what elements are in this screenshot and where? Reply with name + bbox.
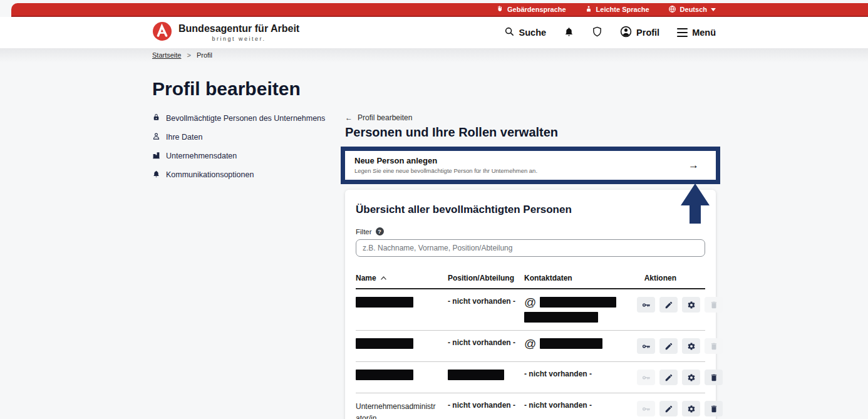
breadcrumb-home-link[interactable]: Startseite — [152, 51, 181, 59]
trash-button — [705, 297, 723, 313]
redacted-position — [448, 370, 504, 380]
sidebar-item-label: Bevollmächtigte Personen des Unternehmen… — [166, 114, 325, 123]
breadcrumb-current: Profil — [197, 51, 212, 59]
new-person-title: Neue Person anlegen — [354, 156, 537, 165]
sidebar-item-label: Kommunikationsoptionen — [166, 170, 254, 179]
search-label: Suche — [519, 28, 547, 38]
profile-button[interactable]: Profil — [620, 26, 659, 39]
gear-button[interactable] — [682, 401, 700, 416]
sign-language-link[interactable]: Gebärdensprache — [496, 5, 566, 14]
filter-label: Filter — [356, 228, 372, 235]
search-button[interactable]: Suche — [504, 26, 547, 39]
redacted-email — [540, 338, 602, 349]
position-value: - nicht vorhanden - — [448, 297, 524, 306]
redacted-name — [356, 297, 413, 308]
contact-value: - nicht vorhanden - — [524, 401, 637, 410]
filter-label-row: Filter ? — [356, 227, 705, 235]
table-row: - nicht vorhanden - @ — [356, 289, 705, 331]
easy-language-label: Leichte Sprache — [596, 6, 649, 13]
sign-language-icon — [496, 5, 504, 14]
language-select[interactable]: Deutsch — [668, 5, 716, 14]
hamburger-icon — [677, 28, 688, 38]
key-button — [637, 401, 655, 416]
gear-button[interactable] — [682, 338, 700, 354]
overview-heading: Übersicht aller bevollmächtigten Persone… — [356, 204, 705, 216]
persons-overview-card: Übersicht aller bevollmächtigten Persone… — [345, 190, 716, 419]
site-header: Bundesagentur für Arbeit bringt weiter. … — [0, 17, 868, 48]
section-heading: Personen und Ihre Rollen verwalten — [345, 125, 716, 140]
new-person-description: Legen Sie eine neue bevollmächtigte Pers… — [354, 167, 537, 174]
language-label: Deutsch — [680, 6, 707, 13]
sidebar-item-bevollmaechtigte-personen[interactable]: Bevollmächtigte Personen des Unternehmen… — [152, 113, 340, 123]
breadcrumb: Startseite > Profil — [152, 48, 716, 59]
table-row: - nicht vorhanden - — [356, 362, 705, 393]
at-sign-icon: @ — [524, 297, 536, 308]
gear-button[interactable] — [682, 297, 700, 313]
column-header-name[interactable]: Name — [356, 274, 448, 282]
sidebar-item-unternehmensdaten[interactable]: Unternehmensdaten — [152, 151, 340, 161]
pencil-button[interactable] — [659, 401, 678, 416]
profile-icon — [620, 26, 632, 39]
sidebar-item-ihre-daten[interactable]: Ihre Daten — [152, 132, 340, 142]
menu-button[interactable]: Menü — [677, 28, 716, 38]
column-header-aktionen: Aktionen — [637, 274, 705, 282]
redacted-name — [356, 338, 413, 349]
redacted-contact — [524, 312, 598, 323]
privacy-shield-button[interactable] — [592, 26, 602, 39]
back-arrow-icon: ← — [345, 113, 353, 122]
table-header-row: Name Position/Abteilung Kontaktdaten Akt… — [356, 274, 705, 289]
key-button[interactable] — [637, 297, 655, 313]
column-header-position[interactable]: Position/Abteilung — [448, 274, 524, 282]
name-value: Unternehmensadministrator/in — [356, 401, 448, 419]
easy-language-icon — [585, 5, 592, 14]
bell-icon — [564, 26, 574, 39]
new-person-card[interactable]: Neue Person anlegen Legen Sie eine neue … — [345, 151, 716, 180]
row-actions — [637, 401, 723, 416]
brand-name: Bundesagentur für Arbeit — [178, 23, 299, 34]
filter-input[interactable] — [356, 239, 705, 257]
building-icon — [152, 151, 160, 161]
at-sign-icon: @ — [524, 338, 536, 349]
trash-button — [705, 338, 723, 354]
easy-language-link[interactable]: Leichte Sprache — [585, 5, 649, 14]
pencil-button[interactable] — [659, 338, 678, 354]
notifications-button[interactable] — [564, 26, 574, 39]
breadcrumb-strip: Startseite > Profil — [0, 48, 868, 63]
pencil-button[interactable] — [659, 370, 678, 385]
gear-button[interactable] — [682, 370, 700, 385]
search-icon — [504, 26, 515, 39]
ba-logo-icon — [152, 21, 172, 44]
sort-ascending-icon — [380, 274, 387, 282]
persons-table: Name Position/Abteilung Kontaktdaten Akt… — [356, 274, 705, 419]
highlight-annotation-wrap: Neue Person anlegen Legen Sie eine neue … — [345, 147, 716, 184]
globe-icon — [668, 5, 676, 14]
brand-logo[interactable]: Bundesagentur für Arbeit bringt weiter. — [152, 21, 299, 44]
shield-icon — [592, 26, 602, 39]
table-row: - nicht vorhanden - @ — [356, 331, 705, 362]
menu-label: Menü — [692, 28, 716, 38]
bell-icon — [152, 170, 160, 180]
page-title: Profil bearbeiten — [152, 78, 716, 100]
position-value: - nicht vorhanden - — [448, 338, 524, 347]
key-button[interactable] — [637, 338, 655, 354]
breadcrumb-separator: > — [187, 51, 190, 59]
annotation-arrow-up-icon — [681, 184, 710, 226]
back-link[interactable]: ← Profil bearbeiten — [345, 113, 716, 122]
chevron-down-icon — [711, 8, 716, 11]
help-icon[interactable]: ? — [376, 227, 384, 235]
brand-tagline: bringt weiter. — [178, 36, 299, 42]
column-header-kontaktdaten[interactable]: Kontaktdaten — [524, 274, 637, 282]
person-icon — [152, 132, 160, 142]
trash-button[interactable] — [705, 401, 723, 416]
redacted-email — [540, 297, 616, 308]
position-value: - nicht vorhanden - — [448, 401, 524, 410]
profile-sidebar: Bevollmächtigte Personen des Unternehmen… — [152, 113, 340, 189]
lock-icon — [152, 113, 160, 123]
trash-button[interactable] — [705, 370, 723, 385]
language-bar: Gebärdensprache Leichte Sprache Deutsch — [11, 3, 868, 17]
row-actions — [637, 297, 723, 313]
sign-language-label: Gebärdensprache — [507, 6, 566, 13]
sidebar-item-kommunikationsoptionen[interactable]: Kommunikationsoptionen — [152, 170, 340, 180]
profile-label: Profil — [636, 28, 659, 38]
pencil-button[interactable] — [659, 297, 678, 313]
